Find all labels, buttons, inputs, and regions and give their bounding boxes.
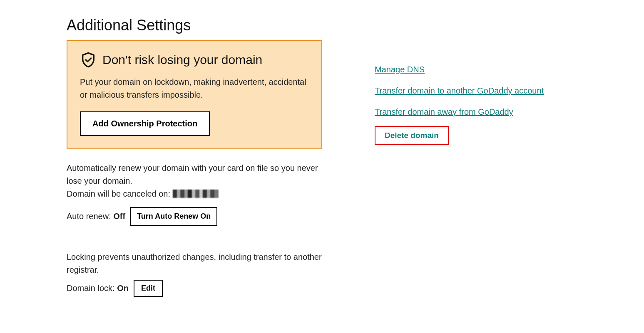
add-ownership-protection-button[interactable]: Add Ownership Protection xyxy=(80,111,210,136)
auto-renew-label: Auto renew: xyxy=(67,212,111,221)
domain-lock-label: Domain lock: xyxy=(67,284,115,293)
transfer-to-account-link[interactable]: Transfer domain to another GoDaddy accou… xyxy=(375,86,544,96)
warning-description: Put your domain on lockdown, making inad… xyxy=(80,76,309,101)
edit-domain-lock-button[interactable]: Edit xyxy=(134,280,163,297)
delete-domain-button[interactable]: Delete domain xyxy=(375,126,449,145)
auto-renew-status: Auto renew: Off Turn Auto Renew On xyxy=(67,207,325,226)
page-title: Additional Settings xyxy=(67,17,644,34)
domain-lock-description: Locking prevents unauthorized changes, i… xyxy=(67,251,325,276)
domain-lock-value: On xyxy=(117,284,129,293)
warning-title: Don't risk losing your domain xyxy=(102,53,262,67)
manage-dns-link[interactable]: Manage DNS xyxy=(375,65,425,74)
domain-lock-status: Domain lock: On Edit xyxy=(67,280,325,297)
turn-auto-renew-on-button[interactable]: Turn Auto Renew On xyxy=(130,207,217,226)
transfer-away-link[interactable]: Transfer domain away from GoDaddy xyxy=(375,107,513,117)
auto-renew-description: Automatically renew your domain with you… xyxy=(67,162,325,187)
cancel-date-line: Domain will be canceled on: xyxy=(67,189,325,199)
cancel-date-prefix: Domain will be canceled on: xyxy=(67,189,173,198)
redacted-date xyxy=(173,190,219,198)
shield-check-icon xyxy=(80,52,97,68)
auto-renew-value: Off xyxy=(113,212,125,221)
ownership-protection-panel: Don't risk losing your domain Put your d… xyxy=(67,40,322,149)
